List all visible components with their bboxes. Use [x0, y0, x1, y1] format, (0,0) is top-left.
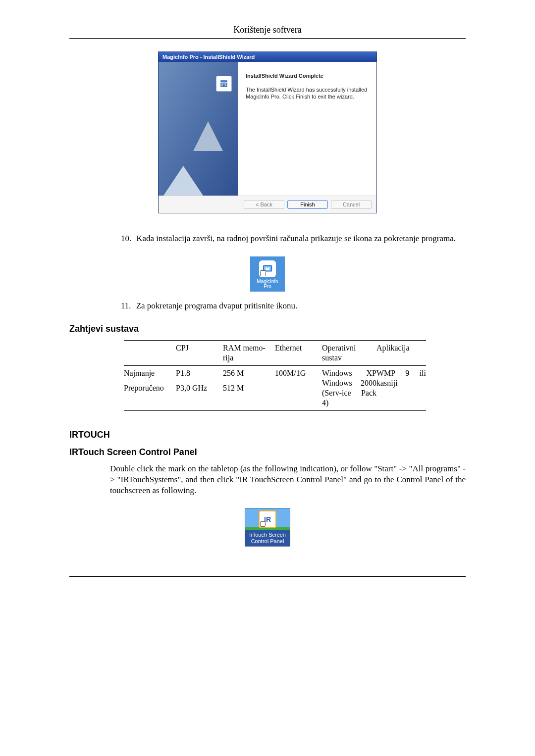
- shortcut-label: Pro: [252, 284, 283, 290]
- shortcut-glyph-icon: [259, 260, 276, 277]
- table-cell: 256 M: [223, 366, 275, 381]
- list-number: 11.: [121, 301, 131, 312]
- table-cell: Najmanje: [124, 366, 176, 381]
- table-cell: P3,0 GHz: [176, 381, 223, 396]
- wizard-side-panel: [159, 62, 238, 196]
- table-header: Operativni sustav: [322, 341, 376, 365]
- table-cell: [275, 381, 322, 396]
- installshield-wizard-window: MagicInfo Pro - InstallShield Wizard Ins…: [158, 51, 377, 213]
- magicinfo-pro-shortcut-icon[interactable]: MagicInfo Pro: [250, 256, 285, 292]
- list-number: 10.: [121, 233, 131, 245]
- table-cell-app: WMP 9 ili kasniji: [376, 366, 426, 410]
- back-button[interactable]: < Back: [244, 200, 284, 209]
- table-cell: 512 M: [223, 381, 275, 396]
- shortcut-label: IrTouch Screen: [247, 532, 288, 538]
- shortcut-label: Control Panel: [247, 538, 288, 545]
- wizard-footer: < Back Finish Cancel: [159, 196, 376, 213]
- list-text: Za pokretanje programa dvaput pritisnite…: [136, 301, 298, 312]
- finish-button[interactable]: Finish: [287, 200, 328, 209]
- cancel-button[interactable]: Cancel: [331, 200, 372, 209]
- table-header: Aplikacija: [376, 341, 426, 365]
- system-requirements-table: CPJ RAM memo- rija Ethernet Operativni s…: [124, 340, 426, 411]
- section-heading-irtouch: IRTOUCH: [69, 430, 466, 440]
- wizard-titlebar: MagicInfo Pro - InstallShield Wizard: [159, 52, 376, 62]
- installer-box-icon: [216, 76, 232, 92]
- section-heading-irtouch-sub: IRTouch Screen Control Panel: [69, 447, 466, 457]
- wizard-heading: InstallShield Wizard Complete: [246, 73, 369, 79]
- table-cell: 100M/1G: [275, 366, 322, 381]
- header-rule: [69, 38, 466, 39]
- table-header: [124, 341, 176, 365]
- table-header: RAM memo- rija: [223, 341, 275, 365]
- table-header: CPJ: [176, 341, 223, 365]
- list-text: Kada instalacija završi, na radnoj površ…: [136, 233, 456, 245]
- shortcut-arrow-icon: [260, 521, 266, 527]
- irtouch-shortcut-glyph: IR: [245, 508, 290, 530]
- table-cell: Preporučeno: [124, 381, 176, 396]
- shortcut-arrow-icon: [260, 270, 266, 276]
- table-header: Ethernet: [275, 341, 322, 365]
- footer-rule: [69, 576, 466, 577]
- page-header: Korištenje softvera: [69, 25, 466, 35]
- list-item: 10. Kada instalacija završi, na radnoj p…: [121, 233, 466, 245]
- table-cell-os: Windows XP Windows 2000 (Serv-ice Pack 4…: [322, 366, 376, 410]
- irtouch-control-panel-shortcut-icon[interactable]: IR IrTouch Screen Control Panel: [245, 508, 290, 547]
- irtouch-paragraph: Double click the mark on the tabletop (a…: [110, 463, 466, 496]
- wizard-content: InstallShield Wizard Complete The Instal…: [238, 62, 376, 196]
- section-heading-sysreq: Zahtjevi sustava: [69, 324, 466, 334]
- table-cell: P1.8: [176, 366, 223, 381]
- wizard-body-text: The InstallShield Wizard has successfull…: [246, 87, 369, 101]
- list-item: 11. Za pokretanje programa dvaput pritis…: [121, 301, 466, 312]
